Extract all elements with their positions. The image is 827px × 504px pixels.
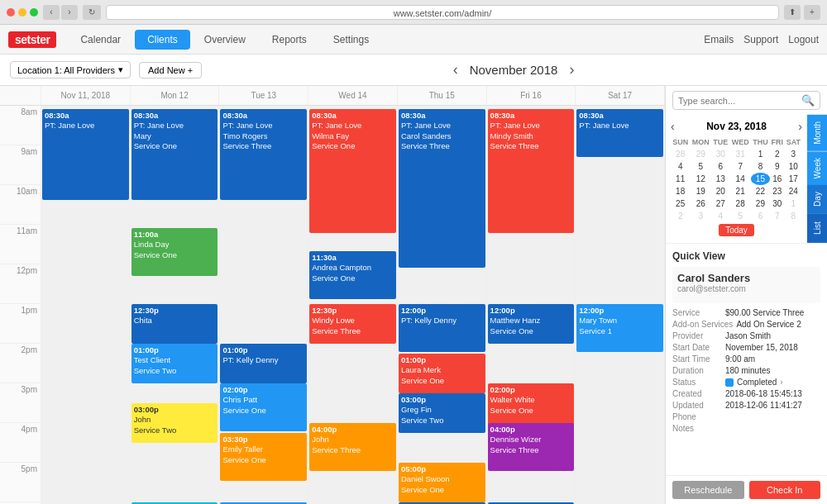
view-day-button[interactable]: Day (807, 185, 827, 214)
next-week-button[interactable]: › (566, 61, 577, 78)
appt-wed-4[interactable]: 04:00p John Service Three (309, 423, 396, 471)
appt-sat-1[interactable]: 08:30a PT: Jane Love (576, 109, 663, 157)
cal-day[interactable]: 23 (770, 185, 785, 197)
appt-wed-2[interactable]: 11:30a Andrea Campton Service One (309, 251, 396, 299)
cal-day[interactable]: 24 (785, 185, 802, 197)
cal-day[interactable]: 26 (690, 197, 711, 210)
cal-day[interactable]: 20 (711, 185, 729, 197)
view-month-button[interactable]: Month (807, 115, 827, 151)
appt-tue-1[interactable]: 08:30a PT: Jane Love Timo Rogers Service… (220, 109, 307, 200)
appt-fri-2[interactable]: 12:00p Matthew Hanz Service One (488, 304, 575, 344)
today-button[interactable]: Today (719, 224, 754, 236)
appt-mon-3[interactable]: 12:30p Chita (131, 304, 218, 344)
support-link[interactable]: Support (743, 34, 778, 45)
cal-day[interactable]: 30 (770, 197, 785, 210)
tab-overview[interactable]: Overview (192, 30, 258, 50)
cal-day[interactable]: 28 (671, 148, 690, 160)
cal-day[interactable]: 4 (711, 210, 729, 222)
appt-mon-5[interactable]: 03:00p John Service Two (131, 403, 218, 443)
cal-day[interactable]: 21 (729, 185, 751, 197)
cal-day-today[interactable]: 15 (751, 173, 770, 185)
appt-sun-1[interactable]: 08:30a PT: Jane Love (42, 109, 129, 200)
appt-thu-2[interactable]: 12:00p PT: Kelly Denny (399, 304, 485, 352)
cal-day[interactable]: 8 (751, 160, 770, 173)
reschedule-button[interactable]: Reschedule (672, 481, 744, 499)
appt-thu-3[interactable]: 01:00p Laura Merk Service One (399, 354, 485, 393)
time-col-header (0, 86, 41, 105)
cal-day[interactable]: 1 (785, 197, 802, 210)
refresh-button[interactable]: ↻ (83, 5, 101, 20)
maximize-button-tl[interactable] (30, 8, 38, 17)
emails-link[interactable]: Emails (704, 34, 734, 45)
new-tab-button[interactable]: + (804, 5, 820, 20)
cal-day[interactable]: 27 (711, 197, 729, 210)
cal-day[interactable]: 19 (690, 185, 711, 197)
view-week-button[interactable]: Week (807, 151, 827, 185)
forward-button[interactable]: › (61, 5, 78, 20)
prev-week-button[interactable]: ‹ (450, 61, 461, 78)
cal-day[interactable]: 29 (690, 148, 711, 160)
cal-day[interactable]: 28 (729, 197, 751, 210)
back-button[interactable]: ‹ (43, 5, 60, 20)
location-select[interactable]: Location 1: All Providers ▾ (10, 61, 131, 78)
cal-day[interactable]: 5 (729, 210, 751, 222)
appt-tue-2[interactable]: 01:00p PT: Kelly Denny (220, 344, 307, 383)
appt-thu-4[interactable]: 03:00p Greg Fin Service Two (399, 393, 485, 433)
appt-fri-4[interactable]: 04:00p Dennise Wizer Service Three (488, 423, 575, 471)
cal-day[interactable]: 16 (770, 173, 785, 185)
cal-day[interactable]: 12 (690, 173, 711, 185)
cal-day[interactable]: 2 (770, 148, 785, 160)
cal-day[interactable]: 3 (690, 210, 711, 222)
cal-day[interactable]: 8 (785, 210, 802, 222)
cal-day[interactable]: 1 (751, 148, 770, 160)
tab-reports[interactable]: Reports (260, 30, 319, 50)
cal-day[interactable]: 17 (785, 173, 802, 185)
cal-day[interactable]: 29 (751, 197, 770, 210)
cal-day[interactable]: 2 (671, 210, 690, 222)
logo[interactable]: setster (8, 31, 56, 48)
cal-day[interactable]: 4 (671, 160, 690, 173)
appt-wed-3[interactable]: 12:30p Windy Lowe Service Three (309, 304, 396, 344)
cal-day[interactable]: 31 (729, 148, 751, 160)
address-bar[interactable]: www.setster.com/admin/ (106, 5, 779, 20)
share-button[interactable]: ⬆ (784, 5, 801, 20)
search-input[interactable] (678, 96, 801, 106)
tab-clients[interactable]: Clients (135, 30, 190, 50)
appt-mon-4[interactable]: 01:00p Test Client Service Two (131, 344, 218, 383)
cal-day[interactable]: 25 (671, 197, 690, 210)
mini-cal-next[interactable]: › (798, 120, 802, 133)
cal-day[interactable]: 22 (751, 185, 770, 197)
appt-fri-1[interactable]: 08:30a PT: Jane Love Mindy Smith Service… (488, 109, 575, 233)
qv-status-value[interactable]: Completed › (725, 378, 820, 387)
cal-day[interactable]: 6 (751, 210, 770, 222)
cal-day[interactable]: 11 (671, 173, 690, 185)
appt-mon-1[interactable]: 08:30a PT: Jane Love Mary Service One (131, 109, 218, 200)
cal-day[interactable]: 7 (729, 160, 751, 173)
appt-mon-2[interactable]: 11:00a Linda Day Service One (131, 228, 218, 276)
logout-link[interactable]: Logout (788, 34, 819, 45)
cal-day[interactable]: 18 (671, 185, 690, 197)
mini-cal-prev[interactable]: ‹ (671, 120, 675, 133)
cal-day[interactable]: 5 (690, 160, 711, 173)
minimize-button-tl[interactable] (18, 8, 26, 17)
close-button-tl[interactable] (7, 8, 15, 17)
add-new-button[interactable]: Add New + (139, 62, 202, 78)
cal-day[interactable]: 7 (770, 210, 785, 222)
cal-day[interactable]: 30 (711, 148, 729, 160)
tab-calendar[interactable]: Calendar (68, 30, 133, 50)
appt-thu-5[interactable]: 05:00p Daniel Swoon Service One (399, 463, 485, 502)
appt-wed-1[interactable]: 08:30a PT: Jane Love Wilma Fay Service O… (309, 109, 396, 233)
appt-tue-3[interactable]: 02:00p Chris Patt Service One (220, 383, 307, 431)
cal-day[interactable]: 6 (711, 160, 729, 173)
appt-sat-2[interactable]: 12:00p Mary Town Service 1 (576, 304, 663, 352)
cal-day[interactable]: 14 (729, 173, 751, 185)
tab-settings[interactable]: Settings (321, 30, 381, 50)
cal-day[interactable]: 3 (785, 148, 802, 160)
cal-day[interactable]: 9 (770, 160, 785, 173)
checkin-button[interactable]: Check In (749, 481, 821, 499)
view-list-button[interactable]: List (807, 214, 827, 243)
cal-day[interactable]: 13 (711, 173, 729, 185)
cal-day[interactable]: 10 (785, 160, 802, 173)
appt-tue-4[interactable]: 03:30p Emily Taller Service One (220, 433, 307, 481)
appt-thu-1[interactable]: 08:30a PT: Jane Love Carol Sanders Servi… (399, 109, 485, 268)
